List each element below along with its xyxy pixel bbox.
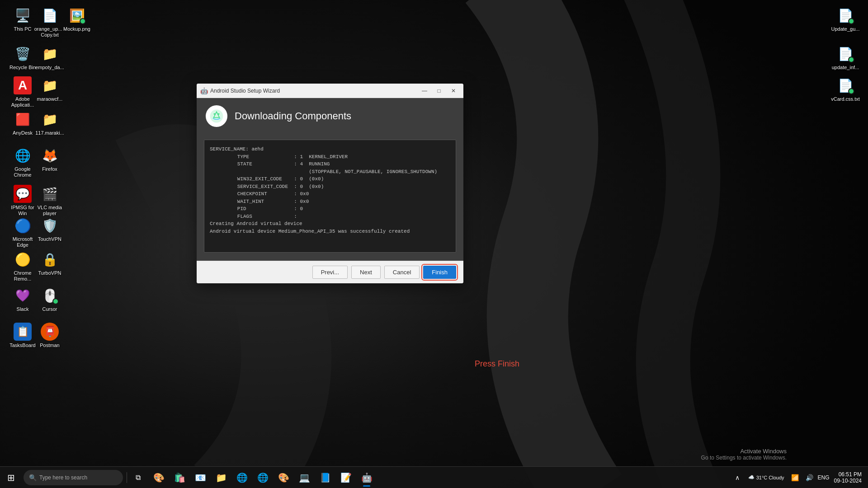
console-line-12: Android virtual device Medium_Phone_API_… xyxy=(210,228,450,235)
desktop: 🖥️ This PC 📄 orange_up... - Copy.txt 🖼️ … xyxy=(0,0,868,488)
tray-expand-button[interactable]: ∧ xyxy=(731,471,744,484)
desktop-icon-maraowcf[interactable]: 📁 maraowcf... xyxy=(32,75,68,104)
activate-windows-subtitle: Go to Settings to activate Windows. xyxy=(701,455,787,461)
taskbar-app-figma[interactable]: 🎨 xyxy=(274,468,293,488)
maximize-button[interactable]: □ xyxy=(433,86,445,96)
taskbar-apps: 🎨 🛍️ 📧 📁 🌐 🌐 🎨 💻 xyxy=(147,468,727,488)
taskbar-app-android-studio[interactable]: 🤖 xyxy=(357,468,377,488)
window-controls: — □ ✕ xyxy=(418,86,460,96)
update-inf-badge xyxy=(848,56,854,63)
taskbar-app-store[interactable]: 🛍️ xyxy=(170,468,189,488)
console-line-6: SERVICE_EXIT_CODE : 0 (0x0) xyxy=(210,183,450,191)
console-output[interactable]: SERVICE_NAME: aehd TYPE : 1 KERNEL_DRIVE… xyxy=(204,140,456,253)
desktop-icon-cursor[interactable]: 🖱️ Cursor xyxy=(32,285,68,314)
taskbar-app-word[interactable]: 📘 xyxy=(315,468,335,488)
close-button[interactable]: ✕ xyxy=(447,86,460,96)
language-indicator: ENG xyxy=(818,474,830,481)
desktop-icon-turbovpn[interactable]: 🔒 TurboVPN xyxy=(32,249,68,278)
console-line-7: CHECKPOINT : 0x0 xyxy=(210,190,450,198)
clock-display[interactable]: 06:51 PM 09-10-2024 xyxy=(831,470,864,485)
desktop-icon-update-gu[interactable]: 📄 Update_gu... xyxy=(827,5,863,34)
store-icon: 🛍️ xyxy=(174,472,185,483)
finish-button[interactable]: Finish xyxy=(423,266,456,279)
vscode-icon: 💻 xyxy=(299,472,310,483)
taskbar-app-globe[interactable]: 🌐 xyxy=(232,468,252,488)
taskbar-app-chrome[interactable]: 🌐 xyxy=(253,468,273,488)
taskbar-system-tray: ∧ ☁️ 31°C Cloudy 📶 🔊 ENG 06:51 PM 09-10-… xyxy=(727,470,868,485)
console-line-8: WAIT_HINT : 0x0 xyxy=(210,198,450,206)
weather-text: 31°C Cloudy xyxy=(756,475,784,480)
taskbar-app-colorful[interactable]: 🎨 xyxy=(149,468,169,488)
desktop-icon-firefox[interactable]: 🦊 Firefox xyxy=(32,145,68,174)
activate-windows-notice: Activate Windows Go to Settings to activ… xyxy=(701,448,787,461)
notepad-icon: 📝 xyxy=(340,472,352,483)
taskbar-app-explorer[interactable]: 📁 xyxy=(211,468,231,488)
update-gu-badge xyxy=(848,18,854,24)
desktop-icon-postman[interactable]: 📮 Postman xyxy=(32,321,68,350)
console-line-9: PID : 0 xyxy=(210,205,450,213)
cursor-badge xyxy=(52,298,59,305)
console-line-11: Creating Android virtual device xyxy=(210,220,450,228)
wifi-icon: 📶 xyxy=(791,474,799,481)
volume-icon[interactable]: 🔊 xyxy=(803,471,816,484)
desktop-icon-touchvpn[interactable]: 🛡️ TouchVPN xyxy=(32,215,68,244)
badge xyxy=(80,18,86,24)
console-line-5: WIN32_EXIT_CODE : 0 (0x0) xyxy=(210,175,450,183)
speaker-icon: 🔊 xyxy=(806,474,813,481)
android-studio-logo xyxy=(206,105,227,127)
search-input[interactable] xyxy=(39,474,118,481)
task-view-button[interactable]: ⧉ xyxy=(129,467,147,488)
taskbar-app-vscode[interactable]: 💻 xyxy=(294,468,314,488)
wizard-title-text: Android Studio Setup Wizard xyxy=(210,88,418,94)
wizard-titlebar: 🤖 Android Studio Setup Wizard — □ ✕ xyxy=(197,84,463,98)
task-view-icon: ⧉ xyxy=(136,474,141,482)
weather-display[interactable]: ☁️ 31°C Cloudy xyxy=(745,474,787,480)
explorer-icon: 📁 xyxy=(216,472,227,483)
clock-date: 09-10-2024 xyxy=(834,478,862,484)
taskbar: ⊞ 🔍 ⧉ 🎨 🛍️ 📧 📁 🌐 xyxy=(0,466,868,488)
colorful-dots-icon: 🎨 xyxy=(153,472,165,483)
mail-icon: 📧 xyxy=(195,472,206,483)
next-button[interactable]: Next xyxy=(351,266,381,279)
console-line-3: STATE : 4 RUNNING xyxy=(210,160,450,168)
console-line-2: TYPE : 1 KERNEL_DRIVER xyxy=(210,153,450,161)
desktop-icon-vlc[interactable]: 🎬 VLC media player xyxy=(32,183,68,218)
console-line-1: SERVICE_NAME: aehd xyxy=(210,145,450,153)
search-box[interactable]: 🔍 xyxy=(24,470,123,485)
taskbar-app-mail[interactable]: 📧 xyxy=(190,468,210,488)
wizard-window: 🤖 Android Studio Setup Wizard — □ ✕ Down… xyxy=(197,84,463,283)
taskbar-divider xyxy=(127,472,127,483)
globe-icon: 🌐 xyxy=(236,472,248,483)
windows-logo-icon: ⊞ xyxy=(7,472,15,483)
wizard-title-icon: 🤖 xyxy=(200,87,208,94)
desktop-icon-update-inf[interactable]: 📄 update_inf... xyxy=(827,43,863,72)
minimize-button[interactable]: — xyxy=(418,86,431,96)
search-icon: 🔍 xyxy=(29,474,37,481)
desktop-icon-117maraki[interactable]: 📁 117.maraki... xyxy=(32,108,68,138)
chrome-taskbar-icon: 🌐 xyxy=(257,472,269,483)
wizard-content: SERVICE_NAME: aehd TYPE : 1 KERNEL_DRIVE… xyxy=(197,134,463,261)
figma-icon: 🎨 xyxy=(278,472,289,483)
android-studio-taskbar-icon: 🤖 xyxy=(361,472,373,483)
desktop-icon-empoty[interactable]: 📁 empoty_da... xyxy=(32,43,68,72)
press-finish-annotation: Press Finish xyxy=(475,359,519,369)
chevron-up-icon: ∧ xyxy=(735,474,740,481)
svg-point-2 xyxy=(214,113,215,115)
word-icon: 📘 xyxy=(320,472,331,483)
taskbar-app-notepad[interactable]: 📝 xyxy=(336,468,356,488)
desktop-icon-vcard[interactable]: 📄 vCard.css.txt xyxy=(827,75,863,104)
cancel-button[interactable]: Cancel xyxy=(384,266,420,279)
console-line-10: FLAGS : xyxy=(210,213,450,221)
clock-time: 06:51 PM xyxy=(839,471,862,478)
cloud-icon: ☁️ xyxy=(748,474,755,480)
start-button[interactable]: ⊞ xyxy=(0,467,22,488)
previous-button[interactable]: Previ... xyxy=(312,266,348,279)
wizard-header-title: Downloading Components xyxy=(235,110,351,122)
wizard-header: Downloading Components xyxy=(197,98,463,134)
svg-point-3 xyxy=(218,113,219,115)
activate-windows-title: Activate Windows xyxy=(701,448,787,455)
desktop-icon-mockup[interactable]: 🖼️ Mockup.png xyxy=(59,5,95,34)
wizard-footer: Previ... Next Cancel Finish xyxy=(197,261,463,283)
console-line-4: (STOPPABLE, NOT_PAUSABLE, IGNORES_SHUTDO… xyxy=(210,168,450,176)
network-icon[interactable]: 📶 xyxy=(789,471,802,484)
